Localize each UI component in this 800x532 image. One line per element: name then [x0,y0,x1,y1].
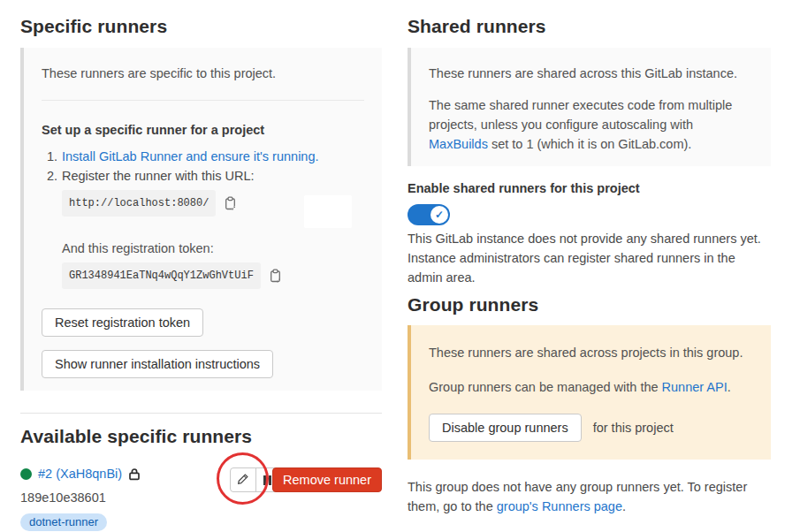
shared-runners-info-box: These runners are shared across this Git… [408,48,771,166]
disable-group-runners-row: Disable group runners for this project [429,414,753,442]
maxbuilds-link[interactable]: MaxBuilds [429,137,488,151]
install-gitlab-runner-link[interactable]: Install GitLab Runner and ensure it's ru… [62,149,319,163]
copy-url-button[interactable] [224,196,237,210]
pencil-icon [236,472,250,489]
copy-token-button[interactable] [269,269,282,283]
runner-actions: Remove runner [230,467,382,531]
show-runner-installation-button[interactable]: Show runner installation instructions [42,350,273,378]
step-number: 1. [42,147,57,166]
edit-runner-button[interactable] [230,467,256,492]
group-runners-line2: Group runners can be managed with the Ru… [429,377,753,397]
setup-runner-title: Set up a specific runner for a project [42,120,364,140]
registration-token-label: And this registration token: [62,239,364,258]
lock-icon [128,467,141,481]
reset-registration-token-button[interactable]: Reset registration token [42,308,203,337]
runner-info: #2 (XaH8qnBi) 189e10e38601 dotnet-runner [20,467,230,531]
enable-shared-runners-label: Enable shared runners for this project [408,179,771,197]
section-divider [20,413,382,414]
group-footer-suffix: . [622,499,626,513]
runners-settings-page: Specific runners These runners are speci… [0,0,800,532]
runner-name-link[interactable]: #2 (XaH8qnBi) [38,467,122,481]
registration-url-code: http://localhost:8080/ [62,190,216,217]
disable-group-runners-button[interactable]: Disable group runners [429,414,582,442]
registration-token-code: GR1348941EaTNq4wQqY1ZwGhVtUiF [62,262,261,289]
remove-runner-button[interactable]: Remove runner [272,467,382,492]
clipboard-icon [269,272,282,285]
group-runners-line1: These runners are shared across projects… [429,343,753,362]
shared-line2-suffix: set to 1 (which it is on GitLab.com). [488,137,691,151]
shared-runners-description: This GitLab instance does not provide an… [408,229,771,287]
group-line2-prefix: Group runners can be managed with the [429,380,662,394]
available-specific-runners-title: Available specific runners [20,425,382,448]
shared-line2-prefix: The same shared runner executes code fro… [429,98,732,132]
specific-runners-section: Specific runners These runners are speci… [20,0,382,532]
group-runners-title: Group runners [408,293,771,316]
disable-group-runners-suffix: for this project [593,421,674,435]
specific-runners-title: Specific runners [20,15,382,38]
specific-runners-description: These runners are specific to this proje… [42,64,364,83]
shared-runners-line1: These runners are shared across this Git… [429,64,753,83]
shared-runners-toggle[interactable]: ✓ [408,204,450,225]
group-line2-suffix: . [728,380,731,394]
shared-runners-section: Shared runners These runners are shared … [408,0,771,532]
shared-runners-title: Shared runners [408,15,771,38]
runner-status-dot [20,468,32,480]
info-box-divider [42,100,364,101]
step-number: 2. [42,166,57,289]
groups-runners-page-link[interactable]: group's Runners page [497,499,622,513]
redaction-patch [304,195,352,228]
shared-runners-line2: The same shared runner executes code fro… [429,95,753,154]
runner-api-link[interactable]: Runner API [662,380,728,394]
clipboard-icon [224,200,237,213]
toggle-check-icon: ✓ [430,206,448,224]
runner-id: 189e10e38601 [20,490,230,505]
group-runners-info-box: These runners are shared across projects… [408,325,771,460]
group-runners-footer: This group does not have any group runne… [408,477,771,516]
setup-step-1: 1. Install GitLab Runner and ensure it's… [42,147,364,166]
pause-icon [262,475,272,485]
runner-list-item: #2 (XaH8qnBi) 189e10e38601 dotnet-runner [20,467,382,531]
runner-tag-badge: dotnet-runner [20,513,107,531]
register-url-text: Register the runner with this URL: [62,169,255,183]
registration-token-row: GR1348941EaTNq4wQqY1ZwGhVtUiF [62,262,364,289]
